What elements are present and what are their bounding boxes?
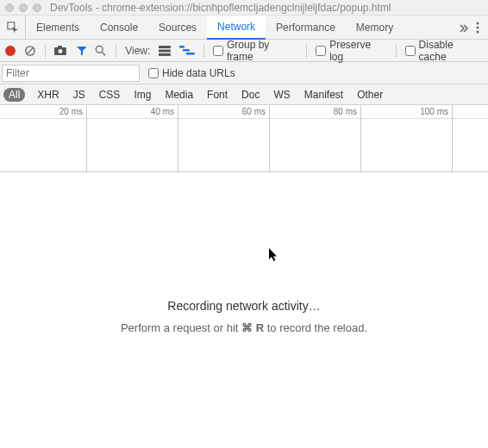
disable-cache-input[interactable] <box>405 46 416 56</box>
devtools-tabbar: Elements Console Sources Network Perform… <box>0 16 488 40</box>
large-rows-button[interactable] <box>159 46 171 56</box>
type-doc[interactable]: Doc <box>236 88 265 102</box>
toolbar-divider <box>116 44 116 58</box>
window-titlebar: DevTools - chrome-extension://bicnhpofle… <box>0 0 488 16</box>
network-timeline[interactable]: 20 ms 40 ms 60 ms 80 ms 100 ms <box>0 105 488 172</box>
tab-console[interactable]: Console <box>90 16 148 40</box>
network-empty-state: Recording network activity… Perform a re… <box>0 172 488 448</box>
svg-rect-8 <box>58 46 62 48</box>
tab-performance[interactable]: Performance <box>266 16 346 40</box>
type-manifest[interactable]: Manifest <box>299 88 348 102</box>
filter-bar: Hide data URLs <box>0 62 488 84</box>
kebab-menu-icon[interactable] <box>476 22 479 34</box>
svg-point-1 <box>477 22 479 24</box>
group-by-frame-checkbox[interactable]: Group by frame <box>213 39 297 63</box>
timeline-gridline <box>178 105 178 171</box>
timeline-gridline <box>86 105 87 171</box>
type-other[interactable]: Other <box>352 88 388 102</box>
svg-rect-14 <box>179 46 185 47</box>
timeline-tick-label: 40 ms <box>151 107 178 116</box>
type-font[interactable]: Font <box>202 88 233 102</box>
timeline-baseline <box>0 118 488 119</box>
type-media[interactable]: Media <box>160 88 198 102</box>
type-ws[interactable]: WS <box>268 88 295 102</box>
cursor-icon <box>269 248 279 262</box>
tab-elements[interactable]: Elements <box>26 16 90 40</box>
hide-data-urls-label: Hide data URLs <box>162 67 235 79</box>
inspect-icon <box>7 22 19 34</box>
traffic-zoom-icon[interactable] <box>33 3 41 12</box>
view-label: View: <box>125 45 150 57</box>
search-button[interactable] <box>95 45 107 57</box>
timeline-gridline <box>269 105 270 171</box>
group-by-frame-input[interactable] <box>213 46 223 56</box>
svg-point-9 <box>97 46 103 53</box>
svg-rect-16 <box>186 52 195 53</box>
svg-rect-11 <box>159 46 171 48</box>
more-tabs-icon[interactable] <box>459 22 469 33</box>
shortcut-key: ⌘ R <box>241 321 264 334</box>
preserve-log-input[interactable] <box>316 46 326 56</box>
type-js[interactable]: JS <box>68 88 91 102</box>
svg-point-2 <box>477 26 479 28</box>
type-all[interactable]: All <box>3 88 25 102</box>
disable-cache-label: Disable cache <box>419 39 483 63</box>
preserve-log-label: Preserve log <box>329 39 386 63</box>
toolbar-divider <box>306 44 307 58</box>
inspect-element-button[interactable] <box>0 16 26 40</box>
empty-sub-prefix: Perform a request or hit <box>121 321 241 334</box>
toolbar-divider <box>396 44 397 58</box>
empty-subtitle: Perform a request or hit ⌘ R to record t… <box>0 321 488 334</box>
filter-toggle-button[interactable] <box>77 46 87 56</box>
svg-rect-12 <box>159 49 171 52</box>
tab-memory[interactable]: Memory <box>346 16 404 40</box>
type-css[interactable]: CSS <box>94 88 126 102</box>
window-title: DevTools - chrome-extension://bicnhpofle… <box>50 2 391 14</box>
hide-data-urls-checkbox[interactable]: Hide data URLs <box>148 67 235 79</box>
svg-line-10 <box>103 52 105 54</box>
timeline-gridline <box>360 105 361 171</box>
tab-sources[interactable]: Sources <box>148 16 207 40</box>
type-img[interactable]: Img <box>128 88 156 102</box>
timeline-tick-label: 20 ms <box>59 107 86 116</box>
waterfall-toggle-button[interactable] <box>179 46 195 56</box>
empty-sub-suffix: to record the reload. <box>264 321 367 334</box>
svg-rect-15 <box>183 49 190 51</box>
type-xhr[interactable]: XHR <box>32 88 64 102</box>
timeline-tick-label: 100 ms <box>420 107 452 116</box>
timeline-gridline <box>452 105 453 171</box>
toolbar-divider <box>45 44 46 58</box>
svg-point-3 <box>477 30 479 33</box>
hide-data-urls-input[interactable] <box>148 68 159 78</box>
network-toolbar: View: Group by frame Preserve log Disabl… <box>0 40 488 62</box>
type-filter-bar: All XHR JS CSS Img Media Font Doc WS Man… <box>0 84 488 105</box>
toolbar-divider <box>203 44 204 58</box>
traffic-minimize-icon[interactable] <box>19 3 28 12</box>
record-button[interactable] <box>5 46 16 56</box>
filter-input[interactable] <box>2 65 140 82</box>
group-by-frame-label: Group by frame <box>227 39 297 63</box>
svg-rect-13 <box>159 53 171 55</box>
svg-line-5 <box>27 47 33 53</box>
svg-point-7 <box>58 49 62 53</box>
timeline-tick-label: 80 ms <box>334 107 360 116</box>
traffic-close-icon[interactable] <box>5 3 14 12</box>
preserve-log-checkbox[interactable]: Preserve log <box>316 39 386 63</box>
screenshot-button[interactable] <box>54 46 68 56</box>
timeline-tick-label: 60 ms <box>242 107 269 116</box>
disable-cache-checkbox[interactable]: Disable cache <box>405 39 483 63</box>
empty-title: Recording network activity… <box>0 299 488 313</box>
clear-button[interactable] <box>24 45 36 57</box>
tab-network[interactable]: Network <box>207 16 266 40</box>
